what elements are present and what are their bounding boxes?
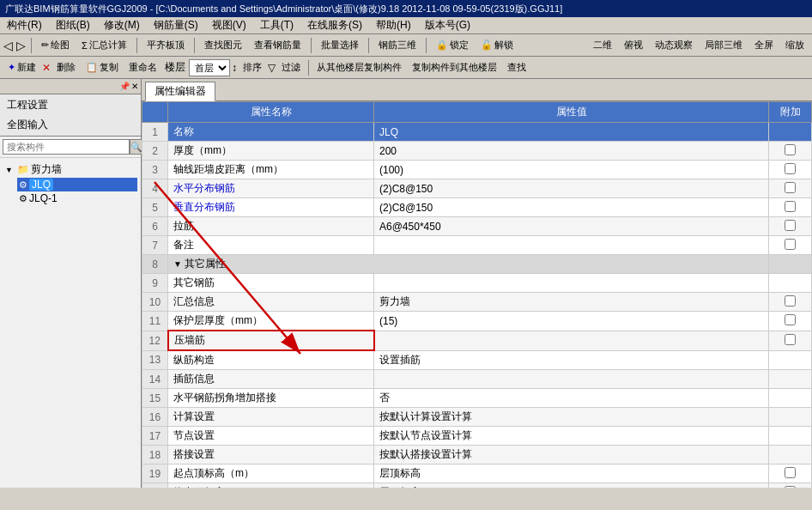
rebar-3d-button[interactable]: 钢筋三维: [374, 37, 421, 53]
prop-value-cell[interactable]: 设置插筋: [374, 350, 769, 370]
filter-button[interactable]: 过滤: [277, 59, 305, 76]
prop-name-cell: 备注: [168, 236, 374, 255]
prop-value-cell[interactable]: [374, 331, 769, 350]
tree-item-jlq[interactable]: ⚙ JLQ: [17, 178, 137, 191]
menu-item-view[interactable]: 视图(V): [209, 18, 250, 33]
prop-name-cell: 拉筋: [168, 217, 374, 236]
prop-value-cell[interactable]: (2)C8@150: [374, 198, 769, 217]
col-value: 属性值: [374, 102, 769, 123]
menu-item-drawing[interactable]: 图纸(B): [52, 18, 94, 33]
prop-value-cell[interactable]: JLQ: [374, 123, 769, 142]
separator-2: [136, 38, 137, 53]
rename-button[interactable]: 重命名: [124, 59, 161, 76]
attach-cell: [769, 370, 812, 389]
floor-label: 楼层: [165, 60, 185, 75]
view-rebar-button[interactable]: 查看钢筋量: [250, 37, 306, 53]
prop-value-cell[interactable]: 200: [374, 142, 769, 161]
tab-property-editor[interactable]: 属性编辑器: [145, 82, 215, 101]
menu-item-online[interactable]: 在线服务(S): [304, 18, 366, 33]
attach-checkbox[interactable]: [785, 144, 796, 155]
attach-checkbox[interactable]: [785, 220, 796, 231]
expand-icon[interactable]: ▼: [5, 166, 15, 174]
prop-value-cell[interactable]: (15): [374, 312, 769, 331]
fullscreen-button[interactable]: 全屏: [750, 37, 778, 53]
attach-cell: [769, 255, 812, 274]
sidebar-item-drawing[interactable]: 全图输入: [2, 116, 139, 134]
menu-item-help[interactable]: 帮助(H): [373, 18, 415, 33]
batch-select-button[interactable]: 批量选择: [317, 37, 363, 53]
row-num: 6: [142, 217, 168, 236]
find-element-button[interactable]: 查找图元: [200, 37, 246, 53]
col-name: 属性名称: [168, 102, 374, 123]
close-icon[interactable]: ✕: [131, 82, 138, 91]
dynamic-observe-button[interactable]: 动态观察: [651, 37, 697, 53]
attach-cell: [769, 464, 812, 483]
attach-checkbox[interactable]: [785, 334, 796, 345]
copy-icon: 📋: [86, 62, 98, 73]
floor-select[interactable]: 首层: [189, 59, 230, 76]
menu-bar: 构件(R) 图纸(B) 修改(M) 钢筋量(S) 视图(V) 工具(T) 在线服…: [0, 17, 812, 34]
2d-view-button[interactable]: 二维: [589, 37, 616, 53]
prop-name-cell: 节点设置: [168, 427, 374, 446]
menu-item-version[interactable]: 版本号(G): [421, 18, 474, 33]
attach-checkbox[interactable]: [785, 467, 796, 478]
find-button[interactable]: 查找: [503, 59, 530, 76]
filter-icon: ▽: [268, 62, 276, 74]
new-button[interactable]: ✦ 新建: [3, 59, 40, 76]
attach-checkbox[interactable]: [785, 201, 796, 212]
menu-item-tools[interactable]: 工具(T): [257, 18, 297, 33]
menu-item-rebar[interactable]: 钢筋量(S): [150, 18, 202, 33]
forward-icon[interactable]: ▷: [16, 39, 26, 52]
delete-button[interactable]: 删除: [52, 59, 80, 76]
row-num: 4: [142, 179, 168, 198]
prop-value-cell[interactable]: 剪力墙: [374, 293, 769, 312]
attach-cell: [769, 350, 812, 370]
row-num: 18: [142, 446, 168, 464]
prop-value-cell[interactable]: 按默认节点设置计算: [374, 427, 769, 446]
sort-button[interactable]: 排序: [239, 59, 266, 76]
folder-icon: 📁: [17, 164, 29, 175]
copy-to-floor-button[interactable]: 复制构件到其他楼层: [408, 59, 501, 76]
prop-value-cell[interactable]: A6@450*450: [374, 217, 769, 236]
prop-value-cell[interactable]: (100): [374, 161, 769, 179]
lock-button[interactable]: 🔒 锁定: [432, 37, 473, 53]
pin-icon[interactable]: 📌: [119, 82, 130, 91]
copy-from-floor-button[interactable]: 从其他楼层复制构件: [312, 59, 406, 76]
prop-value-cell[interactable]: 层顶标高: [374, 483, 769, 489]
tree-root-shearwall[interactable]: ▼ 📁 剪力墙: [3, 161, 137, 178]
prop-value-cell[interactable]: [374, 370, 769, 389]
unlock-button[interactable]: 🔓 解锁: [476, 37, 518, 53]
align-top-button[interactable]: 平齐板顶: [142, 37, 189, 53]
prop-name-cell: 厚度（mm）: [168, 142, 374, 161]
local-3d-button[interactable]: 局部三维: [700, 37, 747, 53]
attach-checkbox[interactable]: [785, 239, 796, 250]
search-input[interactable]: [3, 139, 130, 155]
row-num: 1: [142, 123, 168, 142]
attach-checkbox[interactable]: [785, 486, 796, 489]
menu-item-edit[interactable]: 修改(M): [100, 18, 143, 33]
attach-checkbox[interactable]: [785, 314, 796, 325]
separator-1: [31, 38, 32, 53]
attach-checkbox[interactable]: [785, 163, 796, 174]
back-icon[interactable]: ◁: [3, 39, 13, 52]
attach-checkbox[interactable]: [785, 182, 796, 193]
draw-button[interactable]: ✏ 绘图: [37, 37, 74, 53]
perspective-button[interactable]: 俯视: [620, 37, 647, 53]
attach-checkbox[interactable]: [785, 295, 796, 307]
sidebar-item-project[interactable]: 工程设置: [2, 96, 139, 114]
copy-button[interactable]: 📋 复制: [82, 59, 123, 76]
menu-item-component[interactable]: 构件(R): [3, 18, 45, 33]
prop-value-cell[interactable]: 按默认搭接设置计算: [374, 446, 769, 464]
prop-value-cell[interactable]: 否: [374, 389, 769, 408]
tree-item-jlq1[interactable]: ⚙ JLQ-1: [17, 191, 137, 205]
prop-value-cell[interactable]: 按默认计算设置计算: [374, 408, 769, 427]
prop-value-cell[interactable]: [374, 274, 769, 293]
title-text: 广联达BIM钢筋算量软件GGJ2009 - [C:\Documents and …: [5, 3, 562, 15]
prop-value-cell[interactable]: 层顶标高: [374, 464, 769, 483]
prop-value-cell[interactable]: [374, 236, 769, 255]
summarize-button[interactable]: Σ 汇总计算: [77, 37, 131, 53]
prop-name-cell: 计算设置: [168, 408, 374, 427]
prop-value-cell[interactable]: (2)C8@150: [374, 179, 769, 198]
zoom-button[interactable]: 缩放: [781, 37, 809, 53]
property-table: 属性名称 属性值 附加 1名称JLQ2厚度（mm）2003轴线距墙皮距离（mm）…: [142, 101, 812, 488]
